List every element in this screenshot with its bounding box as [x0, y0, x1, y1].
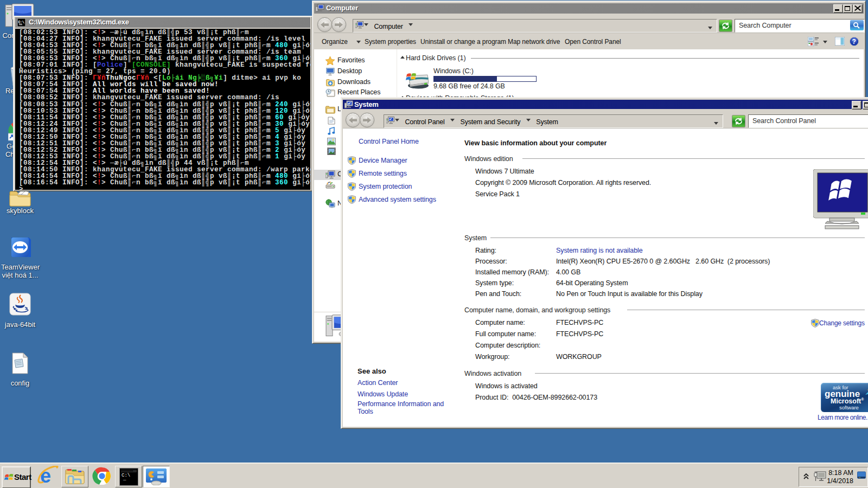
- svg-text:?: ?: [852, 38, 856, 46]
- svg-text:C:\: C:\: [18, 21, 24, 24]
